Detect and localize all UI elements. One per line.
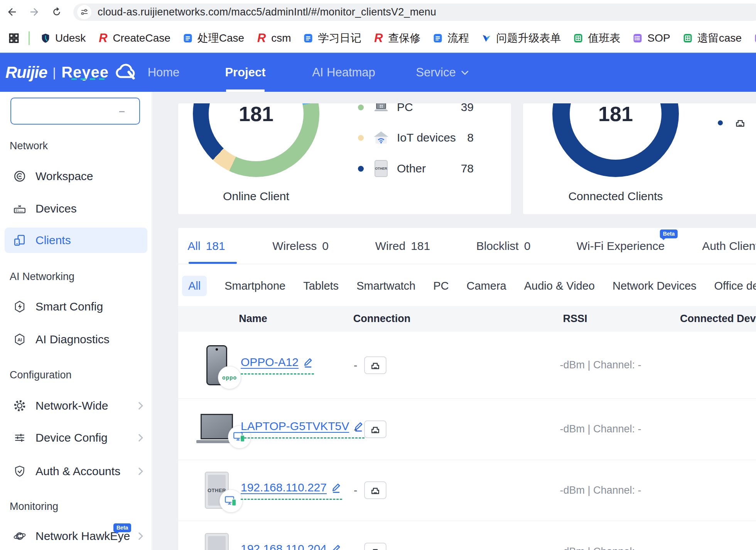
wired-connection-button[interactable] [364, 420, 386, 438]
connection-cell: - [354, 332, 386, 398]
browser-back-icon[interactable] [6, 6, 18, 18]
bookmark-item[interactable]: R查保修 [373, 31, 420, 46]
legend-dot [358, 166, 364, 172]
bookmark-item[interactable]: Udesk [40, 32, 86, 44]
bookmark-item[interactable]: 遗留case [682, 31, 742, 46]
brand-logo[interactable]: Ruijie | Reyee [5, 53, 139, 92]
nav-item-project[interactable]: Project [225, 53, 265, 92]
wired-connection-button[interactable] [364, 481, 386, 499]
bookmark-item[interactable]: 处理Case [182, 31, 244, 46]
filter-chip-office-devices[interactable]: Office devices [714, 280, 756, 292]
tab-label: Wireless [272, 240, 317, 253]
online-client-total: 181 [214, 103, 299, 125]
filter-chip-pc[interactable]: PC [433, 280, 449, 292]
nav-item-home[interactable]: Home [148, 53, 180, 92]
sidebar-item-auth-accounts[interactable]: Auth & Accounts [0, 459, 152, 484]
tab-count: 181 [411, 240, 430, 253]
filter-chip-network-devices[interactable]: Network Devices [613, 280, 697, 292]
bookmark-item[interactable]: Rcsm [256, 32, 291, 44]
sidebar-item-devices[interactable]: Devices [0, 196, 152, 221]
sidebar-item-workspace[interactable]: Workspace [0, 164, 152, 189]
filter-chip-all[interactable]: All [182, 276, 207, 296]
browser-forward-icon[interactable] [29, 6, 40, 18]
filter-chip-camera[interactable]: Camera [467, 280, 506, 292]
bookmark-item[interactable]: 值班表 [572, 31, 620, 46]
apps-grid-icon[interactable] [8, 32, 20, 44]
tab-label: Blocklist [476, 240, 519, 253]
client-name-link[interactable]: 192.168.110.204 [241, 542, 327, 550]
tab-all[interactable]: All181 [187, 228, 225, 264]
filter-chip-smartwatch[interactable]: Smartwatch [356, 280, 415, 292]
filter-chip-tablets[interactable]: Tablets [303, 280, 339, 292]
other-card-icon: OTHER [375, 160, 388, 177]
filter-chip-smartphone[interactable]: Smartphone [224, 280, 285, 292]
tab-blocklist[interactable]: Blocklist0 [476, 228, 531, 264]
sidebar-item-device-config[interactable]: Device Config [0, 425, 152, 450]
ruijie-r-icon: R [97, 32, 109, 44]
bookmark-item[interactable]: RCreateCase [97, 32, 170, 44]
brand-reyee: Reyee [61, 64, 109, 81]
wired-connection-button[interactable] [364, 543, 386, 550]
client-name-cell: 192.168.110.204 [241, 521, 342, 550]
edit-pencil-icon[interactable] [331, 543, 342, 550]
doc-icon [302, 32, 314, 44]
client-name-cell: OPPO-A12 [241, 332, 314, 398]
tab-wireless[interactable]: Wireless0 [272, 228, 329, 264]
ruijie-r-icon: R [374, 32, 383, 44]
tab-count: 0 [524, 240, 531, 253]
list-icon [632, 32, 643, 44]
bookmark-item[interactable]: 学习日记 [302, 31, 361, 46]
wired-connection-button[interactable] [364, 356, 386, 374]
bookmark-item[interactable]: 问题升级表单 [481, 31, 561, 46]
tab-label: Wi-Fi Experience [577, 240, 665, 253]
browser-reload-icon[interactable] [51, 6, 62, 18]
sidebar-item-ai-diagnostics[interactable]: AIAI Diagnostics [0, 327, 152, 352]
sidebar-network-select[interactable] [10, 98, 140, 125]
site-settings-icon[interactable] [77, 5, 91, 19]
rssi-cell: -dBm | Channel: - [545, 521, 656, 550]
tab-wi-fi-experience[interactable]: Wi-Fi ExperienceBeta [577, 228, 665, 264]
legend-dot [358, 105, 364, 110]
doc-icon [303, 33, 314, 44]
connected-clients-card: 181 Connected Clients Wired [523, 103, 756, 214]
chevron-right-icon [135, 401, 145, 411]
sidebar: NetworkWorkspaceDevicesClientsAI Network… [0, 92, 152, 550]
sidebar-item-clients[interactable]: Clients [0, 228, 152, 253]
list-icon [753, 32, 756, 44]
connection-cell: - [354, 521, 386, 550]
sidebar-item-network-hawkeye[interactable]: Network HawkEyeBeta [0, 523, 152, 549]
sheet-icon [682, 32, 694, 44]
bookmark-item[interactable]: SOP [632, 32, 670, 44]
sidebar-item-smart-config[interactable]: Smart Config [0, 294, 152, 319]
bookmark-label: 学习日记 [318, 31, 361, 46]
tabs-divider [178, 264, 756, 264]
url-bar[interactable]: cloud-as.ruijienetworks.com/macc5/adminI… [73, 3, 756, 21]
client-name-link[interactable]: OPPO-A12 [241, 356, 299, 369]
sidebar-item-network-wide[interactable]: Network-Wide [0, 393, 152, 418]
bookmark-item[interactable]: 流程 [432, 31, 469, 46]
bookmark-label: 遗留case [697, 31, 742, 46]
sidebar-group-label: Network [10, 140, 48, 152]
client-thumbnail: OTHER [194, 521, 240, 550]
client-name-link[interactable]: 192.168.110.227 [241, 481, 327, 494]
connection-value: - [354, 423, 357, 435]
bookmark-item[interactable]: 跟踪 [753, 31, 756, 46]
client-name-underline-group: 192.168.110.204 [241, 542, 342, 550]
edit-pencil-icon[interactable] [302, 356, 314, 368]
gear-icon [13, 399, 26, 412]
nav-item-label: Service [416, 66, 456, 79]
nav-item-label: Project [225, 66, 265, 79]
ruijie-r-icon: R [99, 32, 107, 44]
table-row: OTHER192.168.110.204--dBm | Channel: - [178, 521, 756, 550]
nav-item-service[interactable]: Service [416, 53, 469, 92]
nav-item-ai-heatmap[interactable]: AI Heatmap [312, 53, 375, 92]
clients-panel: All181Wireless0Wired181Blocklist0Wi-Fi E… [178, 228, 756, 550]
filter-chip-audio-video[interactable]: Audio & Video [524, 280, 595, 292]
tab-wired[interactable]: Wired181 [375, 228, 430, 264]
client-name-link[interactable]: LAPTOP-G5TVKT5V [241, 420, 349, 433]
edit-pencil-icon[interactable] [331, 482, 342, 493]
tab-auth-clients[interactable]: Auth Clients [702, 228, 756, 264]
table-row: OTHER192.168.110.227--dBm | Channel: - [178, 460, 756, 521]
connected-clients-total: 181 [573, 103, 658, 125]
client-name-cell: LAPTOP-G5TVKT5V [241, 398, 364, 460]
